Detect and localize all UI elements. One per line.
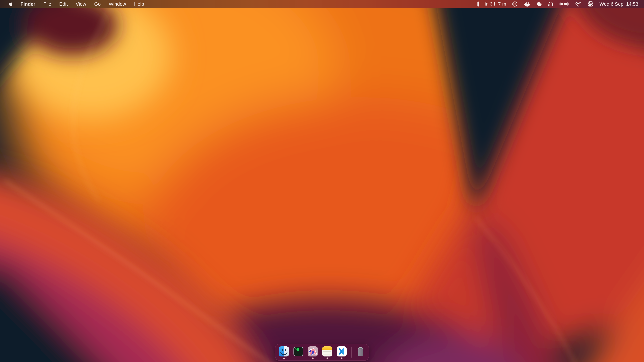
apple-menu[interactable] [5, 0, 16, 8]
notes-icon [322, 346, 332, 357]
headphones-icon [548, 1, 554, 7]
focus-menu-item[interactable] [536, 1, 542, 7]
menu-app-name[interactable]: Finder [16, 0, 40, 8]
menu-bar: Finder File Edit View Go Window Help in … [0, 0, 644, 8]
battery-charging-icon [560, 1, 569, 6]
1password-menu-item[interactable] [512, 1, 518, 7]
menu-go[interactable]: Go [90, 0, 105, 8]
1password-icon [512, 1, 518, 7]
vscode-icon [336, 346, 347, 357]
apple-icon [8, 1, 13, 6]
dock-area: $ [0, 344, 644, 361]
dock-divider [351, 347, 352, 358]
control-center-menu-item[interactable] [587, 1, 594, 7]
dock-trash[interactable] [356, 347, 365, 357]
running-indicator [326, 358, 328, 359]
focus-moon-icon [536, 1, 542, 7]
menu-date: Wed 6 Sep [600, 1, 623, 7]
menu-view[interactable]: View [72, 0, 90, 8]
trash-icon [356, 347, 365, 357]
running-indicator [341, 358, 342, 359]
wifi-icon [575, 1, 582, 7]
wallpaper [0, 0, 644, 362]
running-indicator [283, 358, 285, 359]
dock-vscode[interactable] [336, 346, 347, 359]
control-center-icon [587, 1, 594, 7]
wifi-menu-item[interactable] [575, 1, 582, 7]
dock-notes[interactable] [322, 346, 332, 359]
menu-edit[interactable]: Edit [55, 0, 72, 8]
menu-file[interactable]: File [40, 0, 55, 8]
desktop: Finder File Edit View Go Window Help in … [0, 0, 644, 362]
menu-help[interactable]: Help [130, 0, 148, 8]
event-timer-label[interactable]: in 3 h 7 m [485, 1, 506, 7]
sound-menu-item[interactable] [548, 1, 554, 7]
battery-menu-item[interactable] [560, 1, 569, 6]
arc-browser-icon [308, 346, 318, 357]
status-pill-icon[interactable] [477, 1, 479, 7]
menu-time: 14:53 [626, 1, 638, 7]
dock-terminal[interactable]: $ [293, 346, 304, 359]
status-pill-glyph [477, 1, 479, 7]
dock-finder[interactable] [279, 346, 289, 359]
docker-menu-item[interactable] [524, 1, 531, 7]
dock: $ [275, 344, 369, 361]
finder-icon [279, 346, 289, 357]
dock-arc[interactable] [308, 346, 318, 359]
terminal-prompt: $ [295, 348, 297, 351]
running-indicator [312, 358, 314, 359]
terminal-icon: $ [293, 346, 304, 357]
menu-clock[interactable]: Wed 6 Sep 14:53 [600, 1, 638, 7]
docker-icon [524, 1, 531, 7]
menu-window[interactable]: Window [105, 0, 130, 8]
